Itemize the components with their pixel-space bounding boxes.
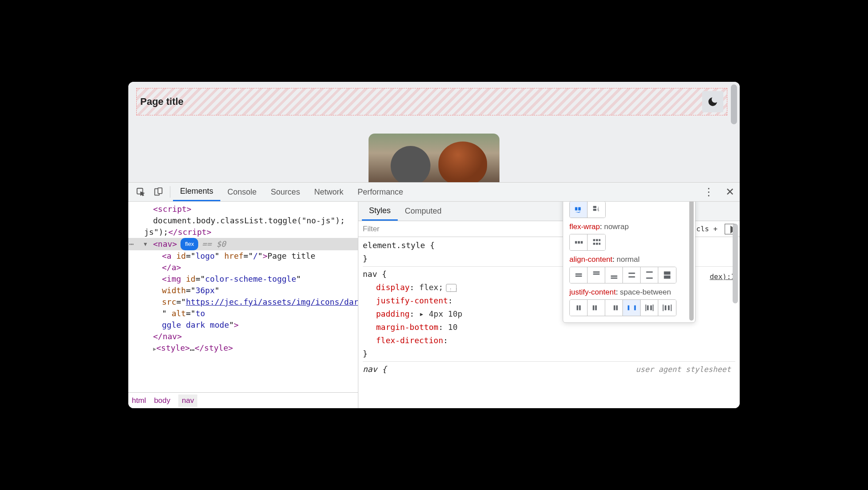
dom-panel: <script> document.body.classList.toggle(…: [128, 202, 358, 408]
dark-mode-toggle[interactable]: [702, 91, 723, 112]
crumb-nav[interactable]: nav: [178, 394, 197, 407]
svg-rect-34: [627, 306, 629, 310]
svg-rect-43: [671, 305, 672, 311]
align-content-around-icon[interactable]: [623, 267, 641, 283]
more-icon[interactable]: ⋮: [703, 186, 714, 198]
justify-space-between-icon[interactable]: [623, 300, 641, 316]
filter-input[interactable]: Filter: [363, 225, 380, 234]
svg-rect-6: [593, 209, 596, 211]
subtab-computed[interactable]: Computed: [398, 202, 449, 221]
flexbox-editor-icon[interactable]: [446, 284, 457, 292]
moon-icon: [707, 96, 718, 107]
subtab-styles[interactable]: Styles: [362, 202, 398, 221]
browser-window: Page title Elements Console Sources Netw…: [128, 82, 740, 408]
flex-nowrap-icon[interactable]: [570, 234, 588, 250]
svg-rect-10: [593, 239, 595, 241]
crumb-html[interactable]: html: [132, 396, 146, 405]
crumb-body[interactable]: body: [154, 396, 170, 405]
svg-rect-38: [650, 306, 652, 310]
svg-rect-29: [579, 306, 580, 310]
svg-rect-30: [592, 306, 594, 310]
justify-space-evenly-icon[interactable]: [658, 300, 676, 316]
svg-rect-32: [614, 306, 615, 310]
svg-rect-39: [653, 305, 653, 311]
devtools-tabbar: Elements Console Sources Network Perform…: [128, 182, 740, 202]
source-link[interactable]: dex):1: [710, 270, 735, 283]
svg-rect-19: [593, 273, 599, 275]
svg-rect-22: [628, 273, 635, 274]
svg-rect-15: [599, 243, 601, 245]
tab-sources[interactable]: Sources: [264, 183, 307, 201]
svg-rect-14: [596, 243, 598, 245]
dom-nav-selected[interactable]: ⋯ ▼ <nav> flex == $0: [128, 238, 358, 250]
hero-image: [369, 134, 499, 182]
justify-center-icon[interactable]: [570, 300, 588, 316]
align-content-center-icon[interactable]: [570, 267, 588, 283]
svg-rect-33: [616, 306, 618, 310]
align-content-between-icon[interactable]: [641, 267, 658, 283]
rendered-page: Page title: [128, 82, 740, 182]
expand-icon[interactable]: ▼: [144, 238, 147, 250]
align-content-stretch-icon[interactable]: [658, 267, 676, 283]
svg-rect-7: [575, 241, 577, 244]
dom-a-close: </a>: [162, 263, 181, 272]
ua-stylesheet-label: user agent stylesheet: [636, 363, 735, 376]
dom-breadcrumb: html body nav: [128, 392, 358, 408]
styles-panel: Styles Computed Filter :hov .cls + eleme…: [358, 202, 740, 408]
popover-scrollbar[interactable]: [689, 202, 694, 321]
dom-nav-close: </nav>: [153, 332, 182, 341]
svg-rect-3: [575, 207, 577, 211]
tab-network[interactable]: Network: [307, 183, 350, 201]
svg-rect-11: [596, 239, 598, 241]
svg-rect-18: [593, 272, 599, 273]
svg-rect-4: [578, 207, 581, 211]
styles-scrollbar[interactable]: [733, 224, 738, 303]
svg-rect-16: [575, 273, 582, 275]
align-content-end-icon[interactable]: [605, 267, 623, 283]
console-ref: == $0: [202, 238, 226, 250]
dom-script-open: <script>: [153, 204, 192, 214]
devtools: Elements Console Sources Network Perform…: [128, 182, 740, 408]
svg-rect-8: [578, 241, 580, 244]
flex-wrap-icon[interactable]: [588, 234, 605, 250]
inspect-icon[interactable]: [132, 183, 150, 201]
ellipsis-icon[interactable]: ⋯: [129, 238, 134, 250]
svg-rect-5: [593, 206, 596, 208]
svg-rect-13: [593, 243, 595, 245]
page-scrollbar[interactable]: [731, 84, 737, 124]
tab-elements[interactable]: Elements: [173, 183, 220, 201]
justify-start-icon[interactable]: [588, 300, 605, 316]
svg-rect-31: [595, 306, 597, 310]
svg-rect-42: [668, 306, 670, 310]
rule-nav-ua: nav {: [363, 363, 387, 376]
svg-rect-12: [599, 239, 601, 241]
svg-rect-24: [646, 272, 653, 273]
dom-script-body: document.body.classList.toggle("no-js");: [153, 215, 358, 226]
page-title[interactable]: Page title: [140, 96, 184, 107]
flex-direction-row-icon[interactable]: [570, 202, 588, 218]
svg-rect-25: [646, 278, 653, 279]
svg-rect-23: [628, 276, 635, 278]
svg-rect-36: [645, 305, 646, 311]
align-content-start-icon[interactable]: [588, 267, 605, 283]
justify-end-icon[interactable]: [605, 300, 623, 316]
dom-tree[interactable]: <script> document.body.classList.toggle(…: [128, 202, 358, 392]
svg-rect-41: [665, 306, 667, 310]
svg-rect-20: [611, 276, 617, 277]
close-icon[interactable]: ✕: [726, 186, 734, 198]
svg-rect-27: [664, 276, 671, 279]
nav-element-highlight: Page title: [136, 88, 727, 115]
tab-console[interactable]: Console: [220, 183, 264, 201]
svg-rect-37: [647, 306, 649, 310]
svg-rect-26: [664, 272, 671, 275]
svg-rect-9: [580, 241, 583, 244]
svg-rect-28: [576, 306, 578, 310]
flexbox-editor-popover: flex-direction: row flex-wrap: nowrap: [563, 202, 695, 323]
flex-direction-column-icon[interactable]: [588, 202, 605, 218]
flex-badge[interactable]: flex: [181, 238, 198, 250]
device-toggle-icon[interactable]: [150, 183, 167, 201]
svg-rect-40: [663, 305, 664, 311]
dom-img-src-link[interactable]: https://jec.fyi/assets/img/icons/dark.sv…: [186, 297, 358, 306]
tab-performance[interactable]: Performance: [350, 183, 410, 201]
justify-space-around-icon[interactable]: [641, 300, 658, 316]
